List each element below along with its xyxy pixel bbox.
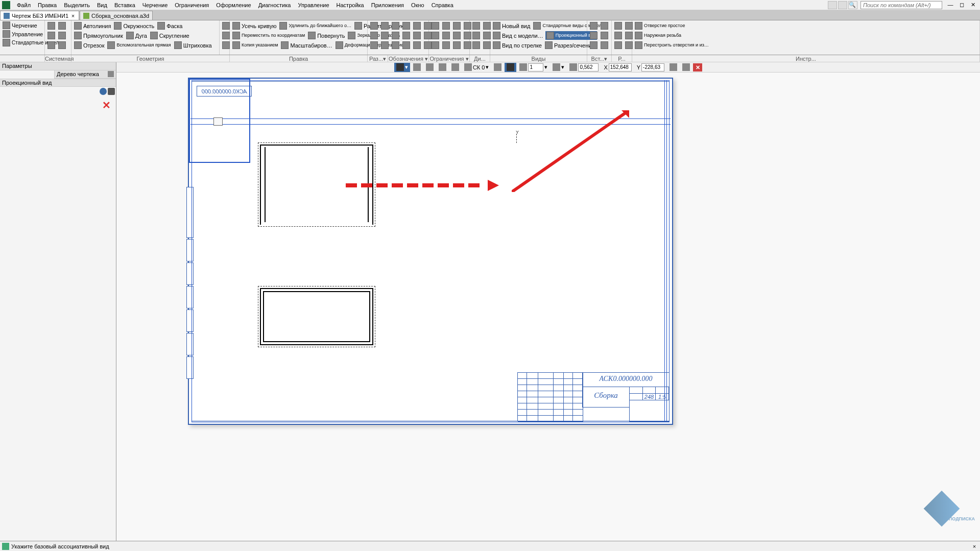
autoline-button[interactable]: Автолиния	[73, 21, 112, 30]
i5[interactable]	[613, 41, 623, 50]
dim5[interactable]	[412, 21, 422, 30]
menu-settings[interactable]: Настройка	[333, 1, 368, 9]
menu-formatting[interactable]: Оформление	[212, 1, 254, 9]
side-view-active[interactable]	[189, 79, 250, 163]
v3[interactable]	[589, 31, 599, 40]
context-close-icon[interactable]: ✕	[693, 63, 702, 71]
c2[interactable]	[441, 21, 451, 30]
help-icon[interactable]	[100, 88, 107, 95]
dim3[interactable]	[391, 21, 400, 30]
extend-button[interactable]: Удлинить до ближайшего о…	[278, 21, 352, 30]
scale-field[interactable]: ▾	[517, 63, 549, 72]
zoom-input[interactable]	[578, 63, 599, 71]
circle-button[interactable]: Окружность	[113, 21, 155, 30]
cs-dropdown[interactable]: СК 0▾	[462, 63, 491, 72]
v5[interactable]	[589, 41, 599, 50]
menu-diagnostics[interactable]: Диагностика	[255, 1, 295, 9]
dim1[interactable]	[369, 21, 379, 30]
mode-drafting[interactable]: Черчение	[2, 21, 43, 30]
copy-button[interactable]: Копия указанием	[231, 41, 279, 50]
save-button[interactable]	[46, 31, 56, 40]
redo-button[interactable]	[57, 41, 67, 50]
c6[interactable]	[441, 31, 451, 40]
v2[interactable]	[600, 21, 609, 30]
dim9[interactable]	[391, 31, 400, 40]
cb-1[interactable]	[411, 63, 423, 72]
command-search-input[interactable]	[861, 1, 942, 9]
menu-insert[interactable]: Вставка	[111, 1, 139, 9]
dim11[interactable]	[412, 31, 422, 40]
trim-button[interactable]: Усечь кривую	[231, 21, 277, 30]
open-button[interactable]	[57, 21, 67, 30]
c1[interactable]	[431, 21, 440, 30]
menu-constraints[interactable]: Ограничения	[171, 1, 212, 9]
cb-2[interactable]	[424, 63, 436, 72]
y-input[interactable]	[641, 63, 664, 71]
group-label[interactable]: Обозначения ▾	[388, 55, 429, 62]
rotate-button[interactable]: Повернуть	[307, 31, 346, 40]
cb-3[interactable]	[437, 63, 448, 72]
dim4[interactable]	[401, 21, 411, 30]
c5[interactable]	[431, 31, 440, 40]
group-label[interactable]: Раз...▾	[368, 55, 388, 62]
grid-toggle[interactable]	[449, 63, 461, 72]
new-file-button[interactable]	[46, 21, 56, 30]
arrowview-button[interactable]: Вид по стрелке	[492, 41, 543, 50]
zoomfit-button[interactable]: ▾	[551, 63, 566, 72]
zoom-field[interactable]	[567, 63, 601, 72]
minimize-button[interactable]: —	[945, 2, 955, 9]
thread-ext-button[interactable]: Наружная резьба	[634, 31, 682, 40]
gear-icon[interactable]	[108, 71, 114, 77]
menu-manage[interactable]: Управление	[294, 1, 332, 9]
drawing-canvas[interactable]: АСК0.000000.000 Y	[116, 73, 980, 541]
group-label[interactable]: Вст...▾	[587, 55, 612, 62]
maximize-button[interactable]: ◻	[957, 2, 967, 9]
cb-6[interactable]	[680, 63, 692, 72]
chamfer-button[interactable]: Фаска	[156, 21, 183, 30]
linestyle-dropdown[interactable]: ▾	[394, 63, 410, 72]
v4[interactable]	[600, 31, 609, 40]
dim8[interactable]	[380, 31, 390, 40]
dim15[interactable]	[391, 41, 400, 50]
tab-close-icon[interactable]: ×	[70, 13, 76, 19]
close-button[interactable]: ✕	[968, 2, 978, 9]
dim17[interactable]	[412, 41, 422, 50]
menu-view[interactable]: Вид	[93, 1, 111, 9]
c9[interactable]	[431, 41, 440, 50]
cancel-icon[interactable]: ✕	[0, 96, 116, 114]
mode-manage[interactable]: Управление	[2, 30, 43, 38]
newview-button[interactable]: Новый вид	[492, 21, 531, 30]
tab-assembly[interactable]: Сборка_основная.a3d	[80, 11, 153, 20]
menu-drafting[interactable]: Черчение	[139, 1, 172, 9]
list-icon[interactable]	[108, 88, 115, 95]
scale-input[interactable]	[528, 63, 543, 71]
rebuild-holes-button[interactable]: Перестроить отверстия и из…	[634, 41, 710, 50]
d5[interactable]	[471, 41, 481, 50]
dim2[interactable]	[380, 21, 390, 30]
modelview-button[interactable]: Вид с модели…	[492, 31, 544, 40]
menu-edit[interactable]: Правка	[34, 1, 60, 9]
segment-button[interactable]: Отрезок	[73, 41, 105, 50]
c10[interactable]	[441, 41, 451, 50]
menu-select[interactable]: Выделить	[60, 1, 93, 9]
cb-4[interactable]	[492, 63, 504, 72]
undo-button[interactable]	[46, 41, 56, 50]
i3[interactable]	[613, 31, 623, 40]
status-close-icon[interactable]: ×	[971, 543, 978, 549]
layout-icon[interactable]	[828, 1, 837, 9]
move-button[interactable]: Переместить по координатам	[231, 31, 306, 40]
hatch-button[interactable]: Штриховка	[173, 41, 213, 50]
d1[interactable]	[471, 21, 481, 30]
menu-file[interactable]: Файл	[13, 1, 34, 9]
search-icon[interactable]: 🔍	[848, 1, 857, 9]
mode-std-parts[interactable]: Стандартные изделия	[2, 38, 43, 47]
print-button[interactable]	[57, 31, 67, 40]
c7[interactable]	[452, 31, 462, 40]
auxline-button[interactable]: Вспомогательная прямая	[106, 41, 172, 50]
menu-window[interactable]: Окно	[408, 1, 428, 9]
arc-button[interactable]: Дуга	[125, 31, 148, 40]
menu-help[interactable]: Справка	[428, 1, 457, 9]
d3[interactable]	[471, 31, 481, 40]
c3[interactable]	[452, 21, 462, 30]
scale-button[interactable]: Масштабиров…	[280, 41, 333, 50]
